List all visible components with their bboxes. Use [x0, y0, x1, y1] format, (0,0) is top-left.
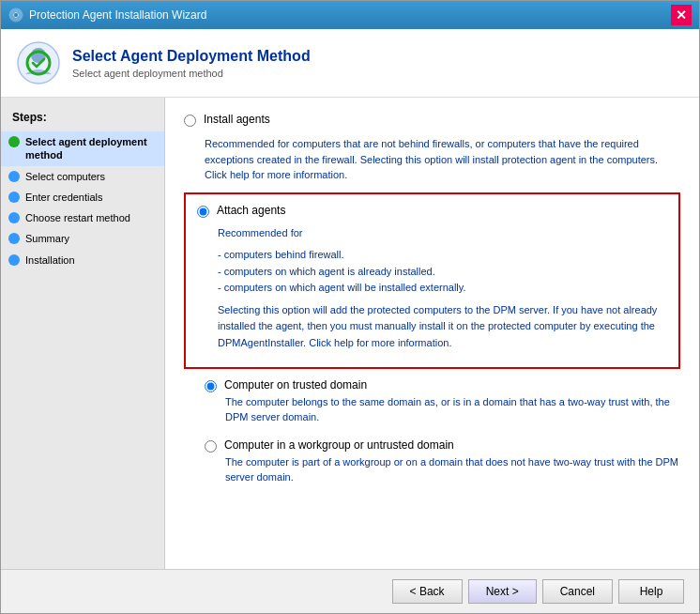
sidebar-item-choose-restart[interactable]: Choose restart method	[1, 207, 164, 228]
wizard-icon	[16, 40, 61, 85]
cancel-button[interactable]: Cancel	[542, 579, 613, 604]
wizard-header: Select Agent Deployment Method Select ag…	[1, 29, 699, 98]
attach-agents-label[interactable]: Attach agents	[217, 204, 285, 217]
workgroup-label[interactable]: Computer in a workgroup or untrusted dom…	[224, 438, 454, 452]
step-dot-select-agent	[8, 136, 20, 147]
steps-label: Steps:	[1, 107, 164, 131]
install-agents-label[interactable]: Install agents	[204, 113, 270, 126]
wizard-footer: < Back Next > Cancel Help	[1, 569, 699, 613]
attach-desc2: - computers behind firewall.- computers …	[218, 247, 667, 297]
sidebar-item-summary[interactable]: Summary	[1, 228, 164, 249]
main-panel: Install agents Recommended for computers…	[165, 98, 699, 569]
help-button[interactable]: Help	[618, 579, 684, 604]
sidebar-item-installation[interactable]: Installation	[1, 250, 164, 270]
sub-options: Computer on trusted domain The computer …	[205, 378, 680, 485]
wizard-window: Protection Agent Installation Wizard ✕ S…	[0, 0, 700, 614]
step-dot-enter-credentials	[8, 192, 20, 203]
attach-agents-radio[interactable]	[197, 206, 209, 218]
close-button[interactable]: ✕	[671, 5, 692, 25]
trusted-domain-row: Computer on trusted domain	[205, 378, 680, 392]
title-bar: Protection Agent Installation Wizard ✕	[1, 1, 699, 29]
step-label-enter-credentials: Enter credentials	[25, 191, 103, 204]
trusted-domain-desc: The computer belongs to the same domain …	[225, 394, 680, 425]
sidebar-item-select-computers[interactable]: Select computers	[1, 166, 164, 187]
install-agents-radio[interactable]	[184, 115, 196, 127]
step-dot-select-computers	[8, 171, 20, 182]
wizard-header-text: Select Agent Deployment Method Select ag…	[72, 48, 311, 79]
step-label-select-computers: Select computers	[25, 170, 105, 183]
install-agents-desc: Recommended for computers that are not b…	[205, 136, 680, 183]
install-agents-option: Install agents	[184, 113, 680, 127]
workgroup-radio[interactable]	[205, 440, 217, 453]
sidebar: Steps: Select agent deployment method Se…	[1, 98, 165, 569]
next-button[interactable]: Next >	[468, 579, 537, 604]
trusted-domain-option: Computer on trusted domain The computer …	[205, 378, 680, 425]
step-dot-installation	[8, 254, 20, 266]
step-label-select-agent: Select agent deployment method	[25, 135, 157, 162]
step-label-choose-restart: Choose restart method	[25, 211, 130, 224]
back-button[interactable]: < Back	[392, 579, 463, 604]
attach-agents-body: Recommended for - computers behind firew…	[218, 225, 667, 352]
sidebar-item-select-agent[interactable]: Select agent deployment method	[1, 131, 164, 166]
attach-desc3: Selecting this option will add the prote…	[218, 302, 667, 352]
trusted-domain-label[interactable]: Computer on trusted domain	[224, 378, 367, 391]
window-icon	[8, 8, 23, 23]
svg-point-1	[14, 13, 18, 17]
window-title: Protection Agent Installation Wizard	[29, 8, 671, 22]
workgroup-row: Computer in a workgroup or untrusted dom…	[205, 438, 680, 453]
workgroup-desc: The computer is part of a workgroup or o…	[225, 454, 680, 485]
content-area: Steps: Select agent deployment method Se…	[1, 98, 699, 569]
step-dot-summary	[8, 233, 20, 244]
attach-desc1: Recommended for	[218, 225, 667, 242]
trusted-domain-radio[interactable]	[205, 380, 217, 392]
workgroup-option: Computer in a workgroup or untrusted dom…	[205, 438, 680, 485]
wizard-subtitle: Select agent deployment method	[72, 68, 311, 79]
wizard-title: Select Agent Deployment Method	[72, 48, 311, 65]
step-dot-choose-restart	[8, 212, 20, 223]
attach-agents-header: Attach agents	[197, 204, 667, 218]
step-label-summary: Summary	[25, 232, 69, 245]
sidebar-item-enter-credentials[interactable]: Enter credentials	[1, 187, 164, 207]
step-label-installation: Installation	[25, 253, 75, 267]
attach-agents-box: Attach agents Recommended for - computer…	[184, 192, 680, 369]
